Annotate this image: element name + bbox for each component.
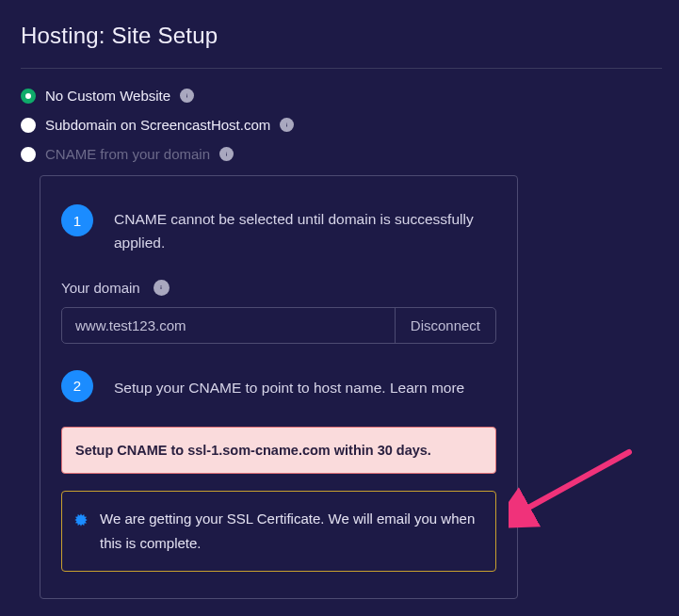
step-2: 2 Setup your CNAME to point to host name… [61,370,496,402]
step-text: Setup your CNAME to point to host name. … [114,370,464,400]
option-label: No Custom Website [45,88,170,104]
option-label: Subdomain on ScreencastHost.com [45,117,270,133]
domain-input-group: Disconnect [61,307,496,344]
info-icon[interactable] [280,118,294,132]
page-title: Hosting: Site Setup [21,23,662,49]
cname-panel: 1 CNAME cannot be selected until domain … [40,175,518,599]
info-icon[interactable] [154,280,170,296]
certificate-icon [73,512,89,527]
option-no-custom[interactable]: No Custom Website [21,88,662,104]
domain-input[interactable] [62,308,395,343]
alert-text: We are getting your SSL Certificate. We … [100,507,482,557]
option-cname[interactable]: CNAME from your domain [21,146,662,162]
alert-cname-deadline: Setup CNAME to ssl-1.som-cname.com withi… [61,427,496,474]
divider [21,68,662,69]
info-icon[interactable] [180,89,194,103]
step-1: 1 CNAME cannot be selected until domain … [61,204,496,255]
step-badge: 1 [61,204,93,236]
radio-icon [21,147,36,162]
domain-label: Your domain [61,280,140,296]
radio-icon [21,89,36,104]
info-icon[interactable] [219,147,234,161]
step-badge: 2 [61,370,93,402]
option-label: CNAME from your domain [45,146,210,162]
step-text: CNAME cannot be selected until domain is… [114,204,496,255]
radio-icon [21,118,36,133]
disconnect-button[interactable]: Disconnect [395,308,495,343]
option-subdomain[interactable]: Subdomain on ScreencastHost.com [21,117,662,133]
alert-ssl-pending: We are getting your SSL Certificate. We … [61,491,496,573]
